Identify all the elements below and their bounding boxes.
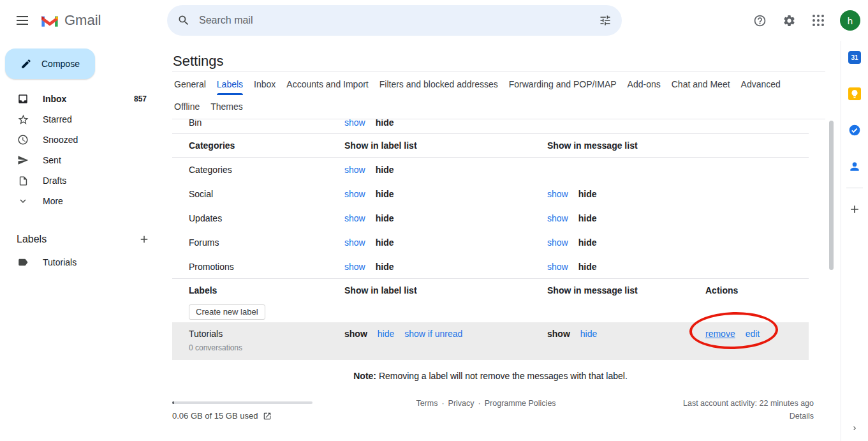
tab-offline[interactable]: Offline (174, 96, 200, 118)
remove-label-link[interactable]: remove (705, 329, 735, 339)
col-show-in-label-list: Show in label list (344, 285, 547, 295)
sidebar: Compose Inbox 857 Starred Snoozed Sent D… (0, 41, 163, 441)
programme-policies-link[interactable]: Programme Policies (485, 399, 556, 408)
tab-chat-and-meet[interactable]: Chat and Meet (672, 73, 730, 96)
search-button[interactable] (171, 8, 196, 33)
hide-link[interactable]: hide (580, 329, 597, 339)
separator: · (441, 399, 444, 408)
sidebar-item-drafts[interactable]: Drafts (0, 170, 163, 191)
tab-themes[interactable]: Themes (210, 96, 243, 118)
search-icon (177, 14, 190, 27)
hide-selected: hide (376, 213, 394, 223)
search-input[interactable] (196, 5, 592, 36)
privacy-link[interactable]: Privacy (448, 399, 474, 408)
hide-link[interactable]: hide (378, 329, 394, 339)
sidebar-item-inbox[interactable]: Inbox 857 (0, 89, 163, 109)
show-link[interactable]: show (547, 262, 568, 272)
create-new-label-button[interactable]: Create new label (189, 304, 265, 320)
tasks-icon (848, 124, 861, 137)
show-link[interactable]: show (344, 262, 365, 272)
hide-selected: hide (376, 165, 394, 175)
show-link[interactable]: show (344, 213, 365, 223)
settings-button[interactable] (776, 8, 802, 33)
show-link[interactable]: show (344, 165, 365, 175)
gmail-m-icon (40, 13, 59, 28)
sidebar-item-more[interactable]: More (0, 191, 163, 211)
tab-filters[interactable]: Filters and blocked addresses (379, 73, 498, 96)
show-link[interactable]: show (344, 237, 365, 248)
show-link[interactable]: show (547, 213, 568, 223)
show-link[interactable]: show (344, 119, 365, 128)
bin-row: Bin showhide (172, 119, 809, 134)
last-account-activity: Last account activity: 22 minutes ago (683, 399, 814, 408)
right-side-panel: 31 (841, 41, 868, 441)
get-add-ons-button[interactable] (844, 199, 865, 220)
calendar-button[interactable]: 31 (844, 47, 865, 68)
gmail-logo-text: Gmail (64, 12, 101, 29)
create-label-button[interactable] (134, 229, 154, 250)
hide-selected: hide (578, 189, 597, 199)
tasks-button[interactable] (844, 120, 865, 140)
show-side-panel-button[interactable] (846, 419, 864, 437)
sidebar-item-snoozed[interactable]: Snoozed (0, 130, 163, 150)
tab-general[interactable]: General (174, 73, 206, 96)
show-link[interactable]: show (547, 189, 568, 199)
sidebar-label-tutorials[interactable]: Tutorials (0, 252, 163, 273)
sidebar-item-starred[interactable]: Starred (0, 109, 163, 130)
tab-advanced[interactable]: Advanced (741, 73, 781, 96)
category-row-updates: Updates showhide showhide (172, 206, 809, 230)
keep-button[interactable] (844, 84, 865, 104)
hide-selected: hide (376, 262, 394, 272)
tab-labels[interactable]: Labels (217, 73, 243, 96)
show-link[interactable]: show (547, 237, 568, 248)
label-icon (17, 257, 29, 268)
show-link[interactable]: show (344, 189, 365, 199)
col-show-in-message-list: Show in message list (547, 285, 705, 295)
sidebar-item-label: Sent (43, 155, 61, 165)
apps-button[interactable] (805, 8, 831, 33)
tab-inbox[interactable]: Inbox (254, 73, 276, 96)
edit-label-link[interactable]: edit (746, 329, 760, 339)
bin-label-list-options: showhide (344, 119, 547, 128)
support-button[interactable] (747, 8, 772, 33)
search-options-button[interactable] (592, 8, 618, 33)
label-conversation-count: 0 conversations (189, 342, 344, 354)
terms-link[interactable]: Terms (416, 399, 438, 408)
help-icon (753, 14, 767, 27)
hide-selected: hide (376, 189, 394, 199)
col-show-in-message-list: Show in message list (547, 140, 705, 151)
inbox-count: 857 (134, 94, 147, 103)
category-row-promotions: Promotions showhide showhide (172, 255, 809, 279)
contacts-button[interactable] (844, 156, 865, 177)
apps-grid-icon (813, 15, 824, 26)
star-icon (17, 114, 29, 126)
show-selected: show (344, 329, 367, 339)
chevron-right-icon (851, 422, 858, 434)
category-row-social: Social showhide showhide (172, 182, 809, 206)
sidebar-item-sent[interactable]: Sent (0, 150, 163, 170)
row-name: Categories (189, 165, 344, 175)
hide-selected: hide (376, 237, 394, 248)
storage-usage-link[interactable]: 0.06 GB of 15 GB used (172, 411, 272, 421)
sidebar-nav: Inbox 857 Starred Snoozed Sent Drafts Mo… (0, 89, 163, 211)
separator: · (478, 399, 481, 408)
tab-forwarding-pop-imap[interactable]: Forwarding and POP/IMAP (509, 73, 617, 96)
storage-usage-text: 0.06 GB of 15 GB used (172, 411, 258, 421)
main-menu-button[interactable] (10, 8, 35, 33)
labels-settings-table: Bin showhide Categories Show in label li… (172, 119, 809, 381)
divider (172, 71, 825, 71)
add-icon (848, 203, 861, 216)
tune-icon (599, 14, 612, 27)
tab-accounts-and-import[interactable]: Accounts and Import (286, 73, 368, 96)
sidebar-item-label: Drafts (43, 176, 66, 186)
sidebar-item-label: Starred (43, 114, 72, 124)
tab-add-ons[interactable]: Add-ons (628, 73, 661, 96)
show-if-unread-link[interactable]: show if unread (404, 329, 462, 339)
scrollbar-thumb[interactable] (829, 121, 834, 270)
compose-button[interactable]: Compose (5, 49, 95, 79)
gmail-logo[interactable]: Gmail (40, 10, 101, 31)
details-link[interactable]: Details (790, 412, 814, 421)
account-avatar[interactable]: h (840, 10, 860, 31)
hide-selected: hide (578, 213, 597, 223)
chevron-down-icon (17, 195, 29, 207)
